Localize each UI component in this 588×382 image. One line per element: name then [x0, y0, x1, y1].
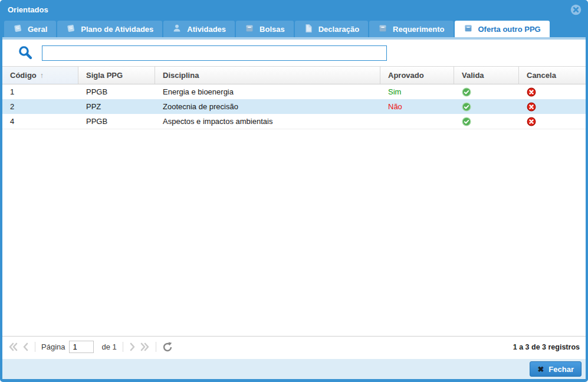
tab-label: Declaração	[318, 25, 359, 34]
tab-label: Plano de Atividades	[81, 25, 153, 34]
tab-label: Requerimento	[393, 25, 444, 34]
page-input[interactable]	[69, 341, 94, 353]
tab-strip: Geral Plano de Atividades Atividades Bol…	[2, 19, 586, 37]
archive-icon	[378, 24, 387, 35]
document-icon	[304, 24, 313, 35]
prev-page-button[interactable]	[22, 342, 29, 351]
tab-oferta-outro-ppg[interactable]: Oferta outro PPG	[455, 21, 550, 37]
page-of-label: de 1	[101, 342, 116, 351]
archive-icon	[245, 24, 254, 35]
tab-label: Atividades	[187, 25, 226, 34]
cell-disciplina: Aspectos e impactos ambientais	[155, 114, 380, 129]
grid-rows: 1 PPGB Energia e bioenergia Sim 2 PPZ	[2, 84, 586, 129]
refresh-icon[interactable]	[162, 342, 173, 352]
table-row[interactable]: 1 PPGB Energia e bioenergia Sim	[2, 84, 586, 99]
tab-label: Geral	[28, 25, 47, 34]
window-footer: ✖ Fechar	[2, 357, 586, 379]
cell-aprovado	[380, 114, 454, 129]
cell-aprovado: Não	[380, 99, 454, 114]
cell-codigo: 4	[2, 114, 78, 129]
book-icon	[13, 24, 22, 35]
tab-label: Bolsas	[259, 25, 285, 34]
tab-label: Oferta outro PPG	[478, 25, 541, 34]
tab-requerimento[interactable]: Requerimento	[369, 21, 453, 37]
records-count: 1 a 3 de 3 registros	[513, 343, 580, 351]
cell-cancela	[519, 114, 586, 129]
column-header-valida[interactable]: Valida	[454, 67, 519, 84]
cell-codigo: 2	[2, 99, 78, 114]
column-header-cancela[interactable]: Cancela	[519, 67, 586, 84]
search-icon	[18, 45, 34, 61]
tab-declaracao[interactable]: Declaração	[295, 21, 368, 37]
cancel-icon[interactable]	[527, 117, 536, 126]
check-circle-icon[interactable]	[462, 87, 471, 97]
check-circle-icon[interactable]	[462, 117, 471, 126]
grid-empty-area	[2, 129, 586, 336]
close-icon[interactable]	[570, 4, 582, 15]
cell-sigla-ppg: PPGB	[78, 114, 155, 129]
toolbar-separator	[123, 342, 123, 352]
cell-sigla-ppg: PPGB	[78, 84, 155, 99]
column-header-codigo[interactable]: Código ↑	[2, 67, 78, 84]
cancel-icon[interactable]	[527, 87, 536, 97]
fechar-button-label: Fechar	[548, 365, 574, 374]
cell-valida	[454, 114, 519, 129]
tab-atividades[interactable]: Atividades	[163, 21, 235, 37]
archive-icon	[464, 24, 473, 35]
window-title: Orientados	[8, 5, 48, 14]
cell-valida	[454, 84, 519, 99]
cell-cancela	[519, 84, 586, 99]
paging-toolbar: Página de 1 1 a 3 de 3 registros	[2, 336, 586, 357]
cell-aprovado: Sim	[380, 84, 454, 99]
search-panel	[2, 40, 586, 67]
cell-cancela	[519, 99, 586, 114]
toolbar-separator	[35, 342, 35, 352]
cancel-icon[interactable]	[527, 102, 536, 112]
tab-panel-body: Código ↑ Sigla PPG Disciplina Aprovado V…	[2, 40, 586, 357]
search-input[interactable]	[42, 45, 387, 61]
close-x-icon: ✖	[537, 365, 544, 374]
column-header-disciplina[interactable]: Disciplina	[155, 67, 380, 84]
column-header-aprovado[interactable]: Aprovado	[380, 67, 454, 84]
page-label: Página	[41, 342, 65, 351]
table-row[interactable]: 4 PPGB Aspectos e impactos ambientais	[2, 114, 586, 129]
fechar-button[interactable]: ✖ Fechar	[530, 361, 582, 377]
last-page-button[interactable]	[140, 342, 150, 351]
cell-codigo: 1	[2, 84, 78, 99]
tab-geral[interactable]: Geral	[4, 21, 56, 37]
tab-plano-de-atividades[interactable]: Plano de Atividades	[57, 21, 162, 37]
orientados-window: Orientados Geral Plano de Atividades	[0, 0, 588, 382]
sort-asc-icon: ↑	[40, 71, 44, 80]
table-row[interactable]: 2 PPZ Zootecnia de precisão Não	[2, 99, 586, 114]
toolbar-separator	[156, 342, 156, 352]
cell-sigla-ppg: PPZ	[78, 99, 155, 114]
next-page-button[interactable]	[129, 342, 136, 351]
window-titlebar: Orientados	[2, 0, 586, 19]
grid-header: Código ↑ Sigla PPG Disciplina Aprovado V…	[2, 67, 586, 84]
person-icon	[172, 24, 182, 35]
cell-disciplina: Zootecnia de precisão	[155, 99, 380, 114]
first-page-button[interactable]	[8, 342, 18, 351]
cell-valida	[454, 99, 519, 114]
cell-disciplina: Energia e bioenergia	[155, 84, 380, 99]
check-circle-icon[interactable]	[462, 102, 471, 112]
tab-bolsas[interactable]: Bolsas	[236, 21, 294, 37]
column-header-sigla-ppg[interactable]: Sigla PPG	[78, 67, 155, 84]
book-icon	[66, 24, 75, 35]
